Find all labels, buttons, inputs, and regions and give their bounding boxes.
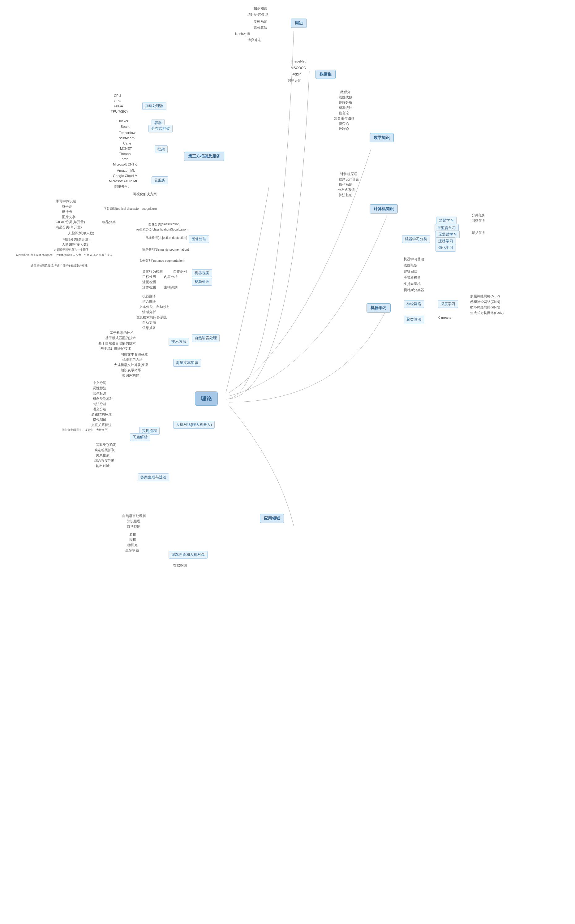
node-海量文本知识: 海量文本知识 xyxy=(173,359,201,367)
node-分类和定位: 分类和定位(classification&localization) xyxy=(136,227,189,232)
node-机器学习分类: 机器学习分类 xyxy=(402,235,430,243)
node-近更检测: 近更检测 xyxy=(142,280,156,285)
node-CNN: 卷积神经网络(CNN) xyxy=(470,299,500,304)
node-OCR: 字符识别(optical character recognition) xyxy=(103,207,157,211)
node-物品分类多: 物品分类(多开量) xyxy=(64,237,89,242)
node-GPU: GPU xyxy=(114,99,121,103)
node-强化学习: 强化学习 xyxy=(435,244,456,251)
node-专家系统: 专家系统 xyxy=(254,19,267,24)
node-人脸识别单人: 人脸识别(单人数) xyxy=(68,231,94,235)
node-机器视觉: 机器视觉 xyxy=(192,269,212,277)
node-MSCOCC: MSCOCC xyxy=(291,66,306,70)
node-知识推理: 知识推理 xyxy=(127,519,140,523)
node-情感分析: 情感分析 xyxy=(142,310,156,314)
node-句法分析: 句法分析 xyxy=(93,402,106,406)
node-计算机原理: 计算机原理 xyxy=(340,172,357,177)
node-算法基础: 算法基础 xyxy=(339,193,352,197)
node-词性标注: 词性标注 xyxy=(93,386,106,391)
node-应用领域: 应用领域 xyxy=(260,514,284,523)
node-答案生成与过滤: 答案生成与过滤 xyxy=(138,474,169,481)
node-生物识别: 生物识别 xyxy=(164,285,178,289)
node-多目标检测语义: 多目标检测,所有同类目标作为一个整体,如所有人作为一个整体,不区分有几个人 xyxy=(16,253,113,257)
node-关系推演: 关系推演 xyxy=(96,453,110,458)
node-博弈算法: 博弈算法 xyxy=(248,38,261,42)
node-游戏理论: 游戏理论和人机对弈 xyxy=(168,551,208,558)
node-CIFAR分类: CIFAR分类(单开量) xyxy=(56,220,85,224)
node-机器学习方法: 机器学习方法 xyxy=(122,358,143,362)
node-遗传算法: 遗传算法 xyxy=(254,25,267,30)
node-图像分类: 图像分类(classification) xyxy=(148,222,180,226)
node-内容分析: 内容分析 xyxy=(164,275,178,279)
node-自然语言处理解: 自然语言处理解 xyxy=(122,514,146,518)
node-TPU: TPU(ASIC) xyxy=(111,110,128,113)
node-围棋: 围棋 xyxy=(129,538,136,542)
node-Spark: Spark xyxy=(121,125,130,129)
node-目标检测: 目标检测(objection dectection) xyxy=(145,236,187,240)
node-分割图目标: 分割图中目标,作为一个整体 xyxy=(54,248,89,251)
node-控制论: 控制论 xyxy=(339,127,349,131)
node-操作系统: 操作系统 xyxy=(339,182,352,187)
node-基于检索: 基于检索的技术 xyxy=(110,331,133,335)
node-视频处理: 视频处理 xyxy=(192,278,212,286)
node-GAN: 生成式对抗网络(GAN) xyxy=(470,311,504,315)
node-答案类别确定: 答案类别确定 xyxy=(96,442,116,447)
node-概率统计: 概率统计 xyxy=(339,105,352,110)
node-图像处理: 图像处理 xyxy=(189,235,209,243)
node-MLP: 多层神经网络(MLP) xyxy=(470,294,500,299)
node-自作识别: 自作识别 xyxy=(173,269,187,274)
node-分类任务: 分类任务 xyxy=(472,213,485,218)
node-基于统计翻译: 基于统计翻译的技术 xyxy=(100,346,131,351)
node-人脸识别多: 人脸识别(多人数) xyxy=(62,242,88,247)
node-分布式系统: 分布式系统 xyxy=(338,188,355,192)
node-问题解析: 问题解析 xyxy=(130,433,150,441)
node-适合翻译: 适合翻译 xyxy=(142,299,156,304)
node-逻辑结构标注: 逻辑结构标注 xyxy=(91,412,112,417)
node-回归任务: 回归任务 xyxy=(472,218,485,223)
node-支持向量机: 支持向量机 xyxy=(403,281,421,286)
node-知识库构建: 知识库构建 xyxy=(122,373,139,378)
node-Google-Cloud-ML: Google Cloud ML xyxy=(113,174,140,178)
node-异常行为检测: 异常行为检测 xyxy=(142,269,163,274)
node-指代消解: 指代消解 xyxy=(93,417,106,422)
node-星际争霸: 星际争霸 xyxy=(125,548,139,553)
node-数学知识: 数学知识 xyxy=(370,133,394,142)
node-逻辑回归: 逻辑回归 xyxy=(403,269,417,274)
node-Torch: Torch xyxy=(120,157,129,161)
node-FPGA: FPGA xyxy=(114,104,123,108)
node-深度学习: 深度学习 xyxy=(438,300,458,308)
node-Tensorflow: Tensorflow xyxy=(119,131,135,135)
node-实体标注: 实体标注 xyxy=(93,391,106,396)
node-自动文摘: 自动文摘 xyxy=(142,320,156,325)
node-线性模型: 线性模型 xyxy=(403,263,417,268)
node-Docker: Docker xyxy=(118,119,129,123)
node-人机对话: 人机对话(聊天机器人) xyxy=(173,421,214,429)
node-图片文字: 图片文字 xyxy=(62,215,75,219)
node-ImageNet: ImageNet xyxy=(291,59,306,63)
node-中文分词: 中文分词 xyxy=(93,381,106,385)
node-问句分类: 问句分类(简单句、复杂句、大段文字) xyxy=(62,428,108,432)
node-基于自然语言: 基于自然语言理解的技术 xyxy=(98,341,136,346)
node-加速处理器: 加速处理器 xyxy=(142,102,167,110)
node-基于模式匹配: 基于模式匹配的技术 xyxy=(105,336,136,340)
node-技术方法: 技术方法 xyxy=(168,338,189,346)
node-实例分割: 实例分割(instance segmentation) xyxy=(139,259,185,263)
center-label: 理论 xyxy=(195,391,218,406)
node-矩阵分析: 矩阵分析 xyxy=(339,100,352,105)
node-Microsoft-Azure-ML: Microsoft Azure ML xyxy=(109,179,138,183)
node-大规模语义: 大规模语义计算及推理 xyxy=(114,363,148,367)
node-文本分类: 文本分类、自动校对 xyxy=(139,304,170,309)
node-网络文本资源获取: 网络文本资源获取 xyxy=(121,352,148,357)
node-数据挖掘: 数据挖掘 xyxy=(173,563,187,568)
node-第三方框架及服务: 第三方框架及服务 xyxy=(184,152,224,161)
node-微积分: 微积分 xyxy=(340,90,351,94)
node-线性代数: 线性代数 xyxy=(339,95,352,100)
node-机器学习: 机器学习 xyxy=(367,303,391,313)
node-框架: 框架 xyxy=(155,145,168,153)
node-自动控制: 自动控制 xyxy=(127,524,140,529)
node-语义分析: 语义分析 xyxy=(93,407,106,412)
node-集合论与图论: 集合论与图论 xyxy=(334,116,354,121)
node-信息论: 信息论 xyxy=(339,111,349,115)
node-聚类任务: 聚类任务 xyxy=(472,231,485,235)
node-多目标检测分类: 多目标检测及分类,将多个目标单独提取并标注 xyxy=(31,264,87,268)
node-身份证: 身份证 xyxy=(62,204,72,209)
